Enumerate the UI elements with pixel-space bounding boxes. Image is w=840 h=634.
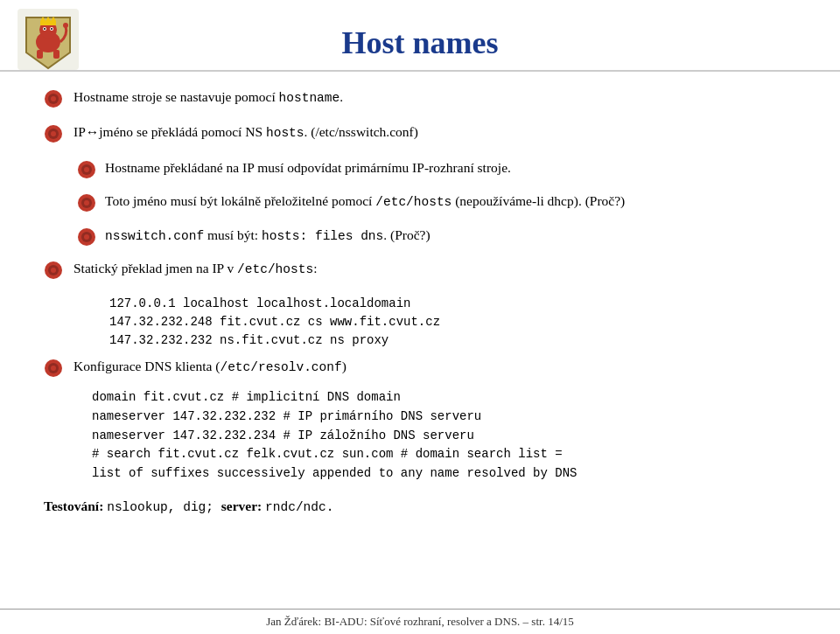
svg-rect-13 bbox=[53, 50, 60, 59]
logo bbox=[18, 9, 79, 70]
sub-b3-mono1: nsswitch.conf bbox=[105, 229, 204, 243]
sub-bullet-2-text: Toto jméno musí být lokálně přeložitelné… bbox=[105, 192, 788, 212]
page-container: Host names Hostname stroje se nastavuje … bbox=[0, 0, 840, 634]
bullet-icon-2 bbox=[44, 124, 63, 149]
svg-point-31 bbox=[51, 268, 56, 273]
bullet-2: IP↔jméno se překládá pomocí NS hosts. (/… bbox=[44, 122, 788, 149]
sub-bullet-1-text: Hostname překládané na IP musí odpovídat… bbox=[105, 158, 788, 178]
bullet-static-text: Statický překlad jmen na IP v /etc/hosts… bbox=[74, 259, 788, 279]
hosts-code-line-3: 147.32.232.232 ns.fit.cvut.cz ns proxy bbox=[109, 331, 788, 350]
hosts-code-block: 127.0.0.1 localhost localhost.localdomai… bbox=[109, 295, 788, 350]
bullet-icon-static bbox=[44, 261, 63, 285]
bullet-2-after: . (/etc/nsswitch.conf) bbox=[304, 124, 418, 139]
resolv-line-5: list of suffixes successively appended t… bbox=[92, 464, 788, 484]
bullet-2-mono: hosts bbox=[266, 126, 304, 140]
page-title: Host names bbox=[52, 16, 788, 61]
konfigurace-mono: /etc/resolv.conf bbox=[220, 360, 341, 374]
sub-bullet-3: nsswitch.conf musí být: hosts: files dns… bbox=[77, 226, 788, 252]
sub-b2-before: Toto jméno musí být lokálně přeložitelné… bbox=[105, 193, 375, 208]
static-after: : bbox=[313, 261, 317, 275]
svg-point-25 bbox=[84, 200, 89, 206]
bullet-1-mono: hostname bbox=[279, 91, 340, 105]
hosts-code-line-2: 147.32.232.248 fit.cvut.cz cs www.fit.cv… bbox=[109, 313, 788, 331]
bullet-1-before: Hostname stroje se nastavuje pomocí bbox=[74, 89, 279, 104]
konfigurace-after: ) bbox=[342, 359, 346, 373]
testing-text: nslookup, dig; bbox=[107, 500, 221, 514]
bullet-icon-1 bbox=[44, 89, 63, 114]
svg-rect-12 bbox=[37, 50, 43, 59]
svg-point-34 bbox=[51, 366, 56, 371]
sub-b1-before: Hostname překládané na IP musí odpovídat… bbox=[105, 160, 511, 175]
sub-b3-mono2: hosts: files dns bbox=[262, 229, 383, 243]
resolv-line-4: # search fit.cvut.cz felk.cvut.cz sun.co… bbox=[92, 445, 788, 464]
sub-bullet-2: Toto jméno musí být lokálně přeložitelné… bbox=[77, 192, 788, 218]
sub-bullet-icon-2 bbox=[77, 193, 96, 218]
resolv-line-3: nameserver 147.32.232.234 # IP záložního… bbox=[92, 427, 788, 446]
footer-text: Jan Žďárek: BI-ADU: Síťové rozhraní, res… bbox=[266, 615, 574, 629]
svg-point-28 bbox=[84, 234, 89, 240]
sub-b3-after: . (Proč?) bbox=[383, 227, 430, 242]
header: Host names bbox=[0, 0, 840, 72]
svg-point-19 bbox=[51, 131, 56, 136]
bullet-1: Hostname stroje se nastavuje pomocí host… bbox=[44, 87, 788, 114]
sub-b3-before: musí být: bbox=[204, 227, 262, 242]
testing-line: Testování: nslookup, dig; server: rndc/n… bbox=[44, 496, 788, 518]
svg-point-9 bbox=[44, 28, 46, 30]
sub-b2-after: (nepoužíváme-li dhcp). (Proč?) bbox=[452, 193, 625, 208]
bullet-static: Statický překlad jmen na IP v /etc/hosts… bbox=[44, 259, 788, 285]
sub-bullet-3-text: nsswitch.conf musí být: hosts: files dns… bbox=[105, 226, 788, 246]
bullet-konfigurace: Konfigurace DNS klienta (/etc/resolv.con… bbox=[44, 357, 788, 383]
bullet-2-text: IP↔jméno se překládá pomocí NS hosts. (/… bbox=[74, 122, 788, 143]
testing-label: Testování: bbox=[44, 498, 103, 513]
svg-point-10 bbox=[51, 28, 52, 30]
static-before: Statický překlad jmen na IP v bbox=[74, 261, 237, 275]
resolv-line-2: nameserver 147.32.232.232 # IP primárníh… bbox=[92, 408, 788, 427]
svg-point-11 bbox=[63, 23, 68, 28]
bullet-2-before: IP↔jméno se překládá pomocí NS bbox=[74, 124, 266, 139]
footer: Jan Žďárek: BI-ADU: Síťové rozhraní, res… bbox=[0, 609, 840, 634]
hosts-code-line-1: 127.0.0.1 localhost localhost.localdomai… bbox=[109, 295, 788, 313]
resolv-code-block: domain fit.cvut.cz # implicitní DNS doma… bbox=[92, 388, 788, 483]
main-content: Hostname stroje se nastavuje pomocí host… bbox=[0, 72, 840, 526]
sub-bullet-icon-1 bbox=[77, 160, 96, 185]
sub-bullet-icon-3 bbox=[77, 227, 96, 252]
svg-point-22 bbox=[84, 167, 89, 172]
server-value: rndc/ndc. bbox=[265, 500, 333, 514]
konfigurace-text: Konfigurace DNS klienta (/etc/resolv.con… bbox=[74, 357, 788, 377]
bullet-icon-konfigurace bbox=[44, 359, 63, 383]
static-mono: /etc/hosts bbox=[237, 262, 313, 276]
bullet-1-after: . bbox=[340, 89, 343, 104]
server-label: server: bbox=[221, 498, 262, 513]
resolv-line-1: domain fit.cvut.cz # implicitní DNS doma… bbox=[92, 388, 788, 408]
sub-bullet-1: Hostname překládané na IP musí odpovídat… bbox=[77, 158, 788, 185]
konfigurace-before: Konfigurace DNS klienta ( bbox=[74, 359, 220, 373]
svg-rect-3 bbox=[40, 21, 56, 25]
svg-point-16 bbox=[51, 96, 56, 101]
sub-b2-mono: /etc/hosts bbox=[375, 195, 452, 209]
bullet-1-text: Hostname stroje se nastavuje pomocí host… bbox=[74, 87, 788, 108]
